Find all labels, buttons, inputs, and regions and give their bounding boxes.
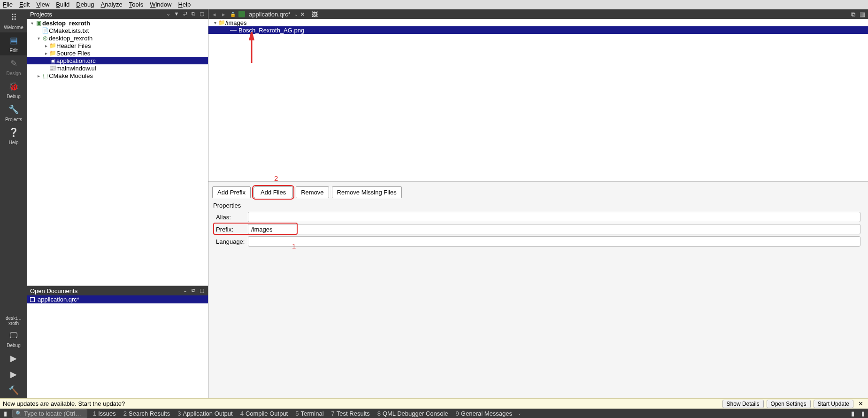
tree-connector-icon <box>230 30 237 31</box>
sidebar-toggle-right-icon[interactable]: ▮ <box>860 410 866 417</box>
menu-debug[interactable]: Debug <box>76 1 94 8</box>
link-icon[interactable]: ⇄ <box>182 11 188 17</box>
open-docs-title: Open Documents <box>30 287 180 294</box>
debug-run-button[interactable]: ▶ <box>0 366 27 382</box>
language-input[interactable] <box>248 236 860 247</box>
split-icon[interactable]: ⧉ <box>190 11 197 17</box>
menu-view[interactable]: View <box>36 1 49 8</box>
tree-target[interactable]: ▾ ◎ desktop_rexroth <box>27 34 208 42</box>
output-terminal[interactable]: 5Terminal <box>293 410 325 417</box>
image-icon[interactable]: 🖼 <box>312 11 318 18</box>
sidebar-toggle-left-icon[interactable]: ▮ <box>2 410 8 417</box>
lock-icon[interactable]: 🔒 <box>229 12 237 17</box>
resource-prefix-row[interactable]: ▾ 📁 /images <box>208 19 868 26</box>
filter-icon[interactable]: ▼ <box>173 11 180 17</box>
twisty-icon[interactable]: ▾ <box>36 36 41 41</box>
twisty-icon[interactable]: ▾ <box>212 20 218 25</box>
close-icon[interactable]: ✕ <box>300 11 305 18</box>
menu-help[interactable]: Help <box>178 1 191 8</box>
mode-design-label: Design <box>6 71 21 76</box>
help-icon: ❔ <box>0 127 27 138</box>
twisty-icon[interactable]: ▸ <box>43 43 49 48</box>
mode-help[interactable]: ❔ Help <box>0 124 27 147</box>
tree-label: mainwindow.ui <box>56 65 96 72</box>
add-prefix-button[interactable]: Add Prefix <box>212 186 251 198</box>
editor-open-file[interactable]: application.qrc* <box>247 11 292 18</box>
open-settings-button[interactable]: Open Settings <box>767 400 811 408</box>
tree-file-cmakelists[interactable]: 📄 CMakeLists.txt <box>27 27 208 34</box>
open-docs-list[interactable]: application.qrc* <box>27 295 208 398</box>
output-search[interactable]: 2Search Results <box>122 410 172 417</box>
remove-missing-button[interactable]: Remove Missing Files <box>332 186 402 198</box>
annotation-arrow-icon <box>247 32 256 65</box>
mode-welcome-label: Welcome <box>4 25 23 30</box>
chevron-down-icon[interactable]: ⌄ <box>182 287 188 294</box>
tree-headers[interactable]: ▸ 📁 Header Files <box>27 42 208 49</box>
close-panel-icon[interactable]: ▢ <box>199 11 205 17</box>
show-details-button[interactable]: Show Details <box>722 400 764 408</box>
split-icon[interactable]: ⧉ <box>190 287 197 294</box>
mode-design[interactable]: ✎ Design <box>0 55 27 78</box>
split-right-icon[interactable]: ⧉ <box>851 11 858 17</box>
tree-qrc-file[interactable]: ▣ application.qrc <box>27 57 208 64</box>
sidebar-toggle-icon[interactable]: ▥ <box>860 11 866 17</box>
properties-title: Properties <box>213 202 864 209</box>
prefix-input[interactable] <box>248 224 860 234</box>
tree-sources[interactable]: ▸ 📁 Source Files <box>27 49 208 57</box>
menu-file[interactable]: File <box>3 1 13 8</box>
start-update-button[interactable]: Start Update <box>814 400 853 408</box>
locator-input[interactable]: 🔍 Type to locate (Ctrl… <box>12 409 87 418</box>
twisty-icon[interactable]: ▾ <box>29 21 35 26</box>
remove-button[interactable]: Remove <box>296 186 329 198</box>
output-general[interactable]: 9General Messages <box>454 410 514 417</box>
output-issues[interactable]: 1Issues <box>91 410 118 417</box>
output-tests[interactable]: 7Test Results <box>330 410 372 417</box>
resource-tree-pane[interactable]: ▾ 📁 /images Bosch_Rexroth_AG.png <box>208 19 868 181</box>
locator-placeholder: Type to locate (Ctrl… <box>24 410 81 417</box>
kit-selector-label[interactable]: deskt…xroth <box>0 314 27 328</box>
search-icon: 🔍 <box>15 410 22 417</box>
output-compile[interactable]: 4Compile Output <box>238 410 290 417</box>
chevron-down-icon[interactable]: ⌄ <box>165 11 171 17</box>
twisty-icon[interactable]: ▸ <box>43 51 49 56</box>
tree-label: application.qrc <box>56 57 96 64</box>
chevron-down-icon[interactable]: ⌄ <box>518 411 522 416</box>
tree-cmake-modules[interactable]: ▸ ⬚ CMake Modules <box>27 72 208 79</box>
menu-edit[interactable]: Edit <box>19 1 30 8</box>
mode-debug[interactable]: 🐞 Debug <box>0 78 27 101</box>
chevron-down-icon[interactable]: ⌄ <box>294 12 298 17</box>
monitor-icon: 🖵 <box>0 331 27 341</box>
open-docs-header: Open Documents ⌄ ⧉ ▢ <box>27 286 208 295</box>
target-selector[interactable]: 🖵 Debug <box>0 328 27 350</box>
tree-label: Header Files <box>56 42 91 49</box>
resource-file-row[interactable]: Bosch_Rexroth_AG.png <box>208 26 868 34</box>
nav-back-icon[interactable]: ◂ <box>210 11 218 18</box>
output-app[interactable]: 3Application Output <box>176 410 234 417</box>
mode-edit[interactable]: ▤ Edit <box>0 32 27 55</box>
project-tree[interactable]: ▾ ▣ desktop_rexroth 📄 CMakeLists.txt ▾ ◎… <box>27 19 208 286</box>
mode-projects[interactable]: 🔧 Projects <box>0 101 27 124</box>
close-icon[interactable]: ✕ <box>856 400 865 407</box>
add-files-button[interactable]: Add Files <box>253 186 293 198</box>
mode-welcome[interactable]: ⠿ Welcome <box>0 9 27 32</box>
build-button[interactable]: 🔨 <box>0 382 27 398</box>
annotation-1: 1 <box>292 242 296 250</box>
menu-tools[interactable]: Tools <box>129 1 143 8</box>
update-notification: New updates are available. Start the upd… <box>0 398 868 409</box>
open-doc-item[interactable]: application.qrc* <box>27 295 208 303</box>
menu-window[interactable]: Window <box>150 1 171 8</box>
alias-input[interactable] <box>248 212 860 222</box>
run-button[interactable]: ▶ <box>0 350 27 366</box>
twisty-icon[interactable]: ▸ <box>36 73 41 78</box>
close-panel-icon[interactable]: ▢ <box>199 287 205 294</box>
menu-build[interactable]: Build <box>56 1 69 8</box>
progress-icon[interactable]: ▮ <box>849 410 856 417</box>
output-qml[interactable]: 8QML Debugger Console <box>376 410 450 417</box>
doc-dot-icon <box>30 297 35 302</box>
nav-fwd-icon[interactable]: ▸ <box>220 11 227 18</box>
menu-analyze[interactable]: Analyze <box>101 1 123 8</box>
edit-icon: ▤ <box>0 35 27 46</box>
tree-label: CMake Modules <box>49 72 93 79</box>
tree-project-root[interactable]: ▾ ▣ desktop_rexroth <box>27 19 208 27</box>
tree-ui-file[interactable]: 📰 mainwindow.ui <box>27 64 208 72</box>
